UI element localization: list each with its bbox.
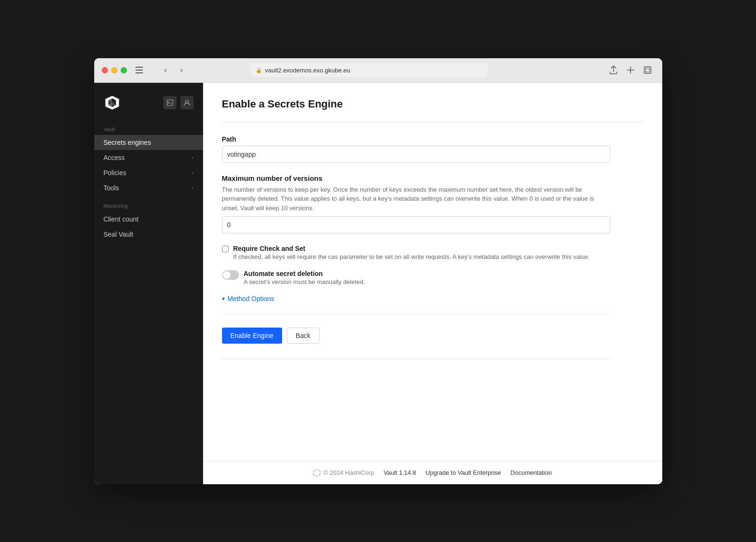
path-label: Path — [222, 135, 610, 143]
require-check-checkbox[interactable] — [222, 246, 229, 252]
tools-chevron-icon: › — [192, 185, 194, 191]
svg-point-13 — [186, 100, 188, 103]
terminal-icon-button[interactable] — [163, 96, 177, 109]
require-check-label: Require Check and Set — [233, 245, 590, 252]
require-check-text: Require Check and Set If checked, all ke… — [233, 245, 590, 260]
footer-version: Vault 1.14.8 — [383, 469, 416, 476]
tabs-icon[interactable] — [641, 63, 654, 77]
sidebar-item-access[interactable]: Access › — [94, 150, 203, 165]
automate-deletion-label: Automate secret deletion — [244, 270, 365, 277]
sidebar-item-policies-label: Policies — [104, 169, 126, 177]
sidebar-item-tools-label: Tools — [104, 184, 119, 192]
svg-rect-12 — [167, 100, 173, 106]
automate-deletion-option: Automate secret deletion A secret's vers… — [222, 270, 610, 285]
sidebar-item-access-label: Access — [104, 154, 125, 161]
form-divider — [222, 314, 610, 314]
vault-logo — [104, 94, 121, 111]
browser-actions — [607, 63, 654, 77]
require-check-option: Require Check and Set If checked, all ke… — [222, 245, 610, 260]
max-versions-input[interactable] — [222, 216, 610, 233]
policies-chevron-icon: › — [192, 169, 194, 176]
back-button[interactable]: Back — [287, 328, 320, 344]
svg-rect-2 — [135, 72, 143, 73]
svg-rect-3 — [644, 67, 651, 73]
sidebar-item-seal-vault-label: Seal Vault — [104, 231, 133, 238]
footer-upgrade-link[interactable]: Upgrade to Vault Enterprise — [426, 469, 501, 476]
footer-logo: © 2024 HashiCorp — [313, 469, 374, 477]
user-icon-button[interactable] — [180, 96, 194, 109]
page-footer: © 2024 HashiCorp Vault 1.14.8 Upgrade to… — [203, 461, 662, 484]
method-options-label: Method Options — [228, 295, 275, 302]
sidebar-monitoring-label: Monitoring — [94, 195, 203, 212]
method-options-toggle[interactable]: ▾ Method Options — [222, 295, 610, 302]
sidebar-vault-label: Vault — [94, 121, 203, 135]
sidebar: Vault Secrets engines Access › Policies … — [94, 83, 203, 484]
sidebar-item-client-count[interactable]: Client count — [94, 212, 203, 227]
path-group: Path — [222, 135, 610, 163]
svg-rect-1 — [135, 70, 143, 71]
minimize-button[interactable] — [111, 67, 117, 73]
sidebar-item-secrets-engines[interactable]: Secrets engines — [94, 135, 203, 150]
bottom-divider — [222, 359, 610, 359]
sidebar-item-tools[interactable]: Tools › — [94, 180, 203, 195]
chevron-down-icon: ▾ — [222, 295, 225, 302]
max-versions-title: Maximum number of versions — [222, 174, 610, 182]
traffic-lights — [102, 67, 127, 73]
svg-marker-14 — [313, 469, 320, 476]
automate-deletion-desc: A secret's version must be manually dele… — [244, 278, 365, 285]
automate-deletion-toggle[interactable] — [222, 270, 239, 280]
main-content: Enable a Secrets Engine Path Maximum num… — [203, 83, 662, 484]
footer-documentation-link[interactable]: Documentation — [510, 469, 551, 476]
footer-copyright: © 2024 HashiCorp — [323, 469, 374, 476]
sidebar-toggle-icon[interactable] — [133, 63, 146, 77]
browser-nav: ‹ › — [159, 63, 188, 77]
action-buttons: Enable Engine Back — [222, 328, 610, 344]
browser-window: ‹ › 🔒 vault2.exodemos.exo.gkube.eu — [94, 58, 662, 484]
forward-nav-button[interactable]: › — [175, 63, 188, 77]
page-title: Enable a Secrets Engine — [222, 98, 643, 110]
sidebar-item-policies[interactable]: Policies › — [94, 165, 203, 180]
access-chevron-icon: › — [192, 154, 194, 161]
sidebar-item-client-count-label: Client count — [104, 215, 139, 223]
maximize-button[interactable] — [121, 67, 127, 73]
url-bar[interactable]: 🔒 vault2.exodemos.exo.gkube.eu — [251, 63, 488, 77]
close-button[interactable] — [102, 67, 108, 73]
new-tab-icon[interactable] — [624, 63, 637, 77]
sidebar-logo-area — [94, 90, 203, 121]
automate-deletion-text: Automate secret deletion A secret's vers… — [244, 270, 365, 285]
path-input[interactable] — [222, 146, 610, 163]
sidebar-item-seal-vault[interactable]: Seal Vault — [94, 227, 203, 242]
svg-rect-4 — [646, 68, 649, 72]
enable-engine-form: Path Maximum number of versions The numb… — [222, 135, 610, 360]
sidebar-icon-buttons — [163, 96, 194, 109]
lock-icon: 🔒 — [256, 67, 262, 73]
enable-engine-button[interactable]: Enable Engine — [222, 328, 282, 344]
app-layout: Vault Secrets engines Access › Policies … — [94, 83, 662, 484]
title-divider — [222, 122, 643, 122]
page-body: Enable a Secrets Engine Path Maximum num… — [203, 83, 662, 461]
share-icon[interactable] — [607, 63, 620, 77]
browser-titlebar: ‹ › 🔒 vault2.exodemos.exo.gkube.eu — [94, 58, 662, 83]
require-check-desc: If checked, all keys will require the ca… — [233, 253, 590, 260]
svg-rect-0 — [135, 67, 143, 68]
sidebar-item-secrets-engines-label: Secrets engines — [104, 139, 151, 146]
max-versions-description: The number of versions to keep per key. … — [222, 185, 610, 213]
url-text: vault2.exodemos.exo.gkube.eu — [265, 67, 350, 74]
max-versions-group: Maximum number of versions The number of… — [222, 174, 610, 234]
back-nav-button[interactable]: ‹ — [159, 63, 172, 77]
